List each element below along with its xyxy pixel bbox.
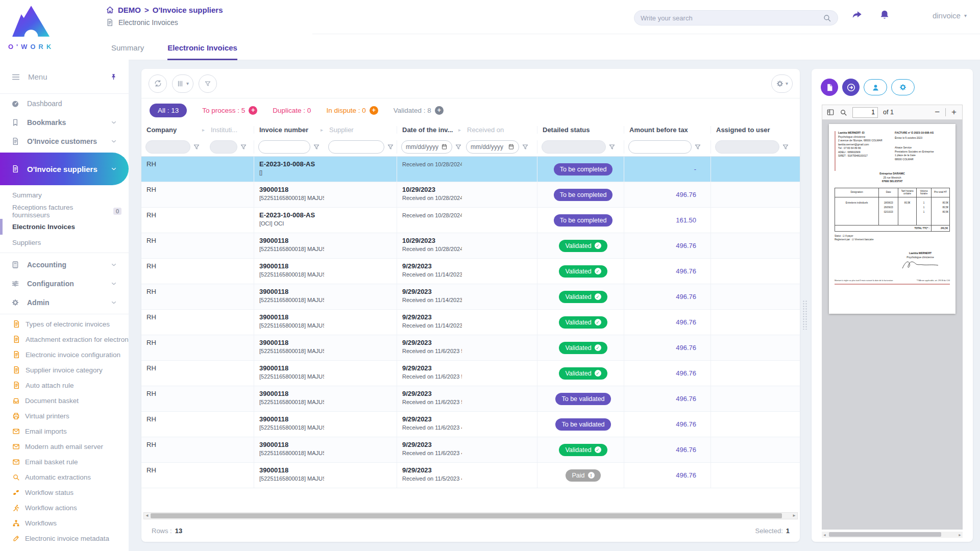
filter-input[interactable] (210, 140, 237, 154)
column-header-amount-before-tax[interactable]: Amount before tax (624, 126, 710, 134)
sidebar-subitem-electronic-invoice-metadata[interactable]: Electronic invoice metadata (0, 531, 129, 546)
filter-input[interactable] (145, 140, 190, 154)
table-row[interactable]: RH39000118[52251165800018] MAJUSCULE10/2… (141, 182, 800, 208)
table-row[interactable]: RH39000118[52251165800018] MAJUSCULE9/29… (141, 361, 800, 386)
sidebar-item-dashboard[interactable]: Dashboard (0, 94, 129, 113)
breadcrumb-section[interactable]: O'Invoice suppliers (153, 6, 223, 14)
sidebar-subitem-auto-attach-rule[interactable]: Auto attach rule (0, 378, 129, 393)
sidebar-subitem-virtual-printers[interactable]: Virtual printers (0, 408, 129, 423)
sidebar-subitem-electronic-invoice-configuration[interactable]: Electronic invoice configuration (0, 347, 129, 362)
sidebar-item-accounting[interactable]: Accounting (0, 255, 129, 274)
download-pdf-button[interactable] (821, 79, 838, 96)
amount-link[interactable]: 496.76 (676, 293, 696, 300)
amount-link[interactable]: 496.76 (676, 420, 696, 428)
horizontal-scrollbar[interactable]: ◄ ► (143, 512, 798, 519)
amount-link[interactable]: 496.76 (676, 242, 696, 249)
pin-icon[interactable] (110, 73, 117, 81)
amount-link[interactable]: 496.76 (676, 471, 696, 479)
tab-summary[interactable]: Summary (111, 43, 144, 60)
preview-horizontal-scrollbar[interactable]: ◄ ► (822, 532, 963, 538)
assign-user-button[interactable] (864, 79, 887, 95)
table-row[interactable]: RH39000118[52251165800018] MAJUSCULE10/2… (141, 233, 800, 259)
amount-link[interactable]: 496.76 (676, 446, 696, 454)
sidebar-subitem-email-imports[interactable]: Email imports (0, 423, 129, 439)
sidebar-subitem-automatic-extractions[interactable]: Automatic extractions (0, 469, 129, 485)
table-row[interactable]: RH39000118[52251165800018] MAJUSCULE9/29… (141, 259, 800, 284)
funnel-icon[interactable] (522, 143, 529, 151)
column-header-invoice-number[interactable]: Invoice number▸ (254, 126, 324, 134)
breadcrumb-home[interactable]: DEMO (118, 6, 141, 14)
table-row[interactable]: RH39000118[52251165800018] MAJUSCULE9/29… (141, 437, 800, 463)
tab-electronic-invoices[interactable]: Electronic Invoices (167, 43, 237, 60)
sidebar-subitem-r-ceptions-factures-fournisseurs[interactable]: Réceptions factures fournisseurs0 (0, 203, 129, 219)
column-header-assigned-to-user[interactable]: Assigned to user (710, 126, 800, 134)
amount-link[interactable]: 496.76 (676, 267, 696, 275)
scrollbar-thumb[interactable] (151, 513, 782, 518)
scroll-left-icon[interactable]: ◄ (822, 533, 827, 537)
filter-input[interactable] (715, 140, 779, 154)
refresh-button[interactable] (149, 74, 167, 93)
amount-link[interactable]: 496.76 (676, 395, 696, 403)
column-header-detailed-status[interactable]: Detailed status (537, 126, 624, 134)
filter-input[interactable] (628, 140, 692, 154)
sidebar-item-configuration[interactable]: Configuration (0, 274, 129, 293)
scrollbar-thumb[interactable] (829, 532, 941, 537)
sidebar-item-o-invoice-customers[interactable]: O'Invoice customers (0, 132, 129, 151)
owork-logo[interactable]: O'WORK (8, 3, 54, 51)
column-header-instituti-[interactable]: Instituti... (206, 126, 254, 134)
table-row[interactable]: RHE-2023-10-008-AS[OCI] OCIReceived on 1… (141, 208, 800, 233)
table-row[interactable]: RH39000118[52251165800018] MAJUSCULE9/29… (141, 284, 800, 310)
sidebar-subitem-electronic-invoices[interactable]: Electronic Invoices (0, 219, 129, 235)
status-chip-to-process[interactable]: To process : 5+ (202, 106, 257, 115)
table-settings-button[interactable]: ▾ (771, 74, 793, 93)
search-input[interactable] (641, 14, 819, 22)
preview-settings-button[interactable] (891, 79, 915, 95)
zoom-in-button[interactable]: + (950, 107, 958, 117)
filter-button[interactable] (199, 74, 217, 93)
hamburger-icon[interactable] (11, 72, 20, 82)
sidebar-item-oinvoice-suppliers[interactable]: O'Invoice suppliers (0, 153, 129, 185)
filter-date-input[interactable]: mm/dd/yyyy (466, 140, 519, 154)
search-icon[interactable] (823, 14, 831, 22)
funnel-icon[interactable] (782, 143, 789, 151)
filter-input[interactable] (542, 140, 606, 154)
funnel-icon[interactable] (387, 143, 394, 151)
home-icon[interactable] (106, 6, 114, 14)
scroll-right-icon[interactable]: ► (791, 513, 797, 519)
status-chip-all[interactable]: All : 13 (150, 104, 187, 117)
funnel-icon[interactable] (313, 143, 320, 151)
table-row[interactable]: RH39000118[52251165800018] MAJUSCULE9/29… (141, 310, 800, 335)
amount-link[interactable]: 496.76 (676, 344, 696, 352)
sidebar-toggle-icon[interactable] (826, 108, 835, 116)
sidebar-subitem-suppliers[interactable]: Suppliers (0, 235, 129, 251)
filter-input[interactable] (328, 140, 384, 154)
open-document-button[interactable] (842, 79, 860, 96)
funnel-icon[interactable] (694, 143, 701, 151)
scroll-left-icon[interactable]: ◄ (144, 513, 150, 519)
status-chip-in-dispute[interactable]: In dispute : 0+ (326, 106, 378, 115)
columns-button[interactable]: ▾ (172, 74, 193, 93)
sidebar-item-admin[interactable]: Admin (0, 293, 129, 312)
sidebar-subitem-attachment-extraction-for-electron[interactable]: Attachment extraction for electron (0, 332, 129, 347)
status-chip-validated[interactable]: Validated : 8+ (394, 106, 444, 115)
sidebar-subitem-summary[interactable]: Summary (0, 187, 129, 203)
panel-resize-handle[interactable] (802, 300, 807, 330)
sidebar-subitem-document-basket[interactable]: Document basket (0, 393, 129, 408)
sidebar-subitem-supplier-invoice-category[interactable]: Supplier invoice category (0, 362, 129, 378)
column-header-company[interactable]: Company▸ (141, 126, 206, 134)
sidebar-subitem-email-basket-rule[interactable]: Email basket rule (0, 454, 129, 469)
page-number-input[interactable] (852, 107, 878, 118)
amount-link[interactable]: 496.76 (676, 191, 696, 198)
table-row[interactable]: RH39000118[52251165800018] MAJUSCULE9/29… (141, 386, 800, 412)
table-row[interactable]: RH39000118[52251165800018] MAJUSCULE9/29… (141, 412, 800, 437)
user-menu[interactable]: dinvoice ▾ (933, 11, 967, 20)
funnel-icon[interactable] (455, 143, 462, 151)
table-row[interactable]: RH39000118[52251165800018] MAJUSCULE9/29… (141, 335, 800, 361)
sidebar-subitem-workflow-status[interactable]: Workflow status (0, 485, 129, 500)
sidebar-item-bookmarks[interactable]: Bookmarks (0, 113, 129, 132)
sidebar-subitem-workflow-actions[interactable]: Workflow actions (0, 500, 129, 515)
amount-link[interactable]: 161.50 (676, 216, 696, 224)
column-header-supplier[interactable]: Supplier (324, 126, 397, 134)
amount-link[interactable]: 496.76 (676, 318, 696, 326)
column-header-received-on[interactable]: Received on (462, 126, 537, 134)
